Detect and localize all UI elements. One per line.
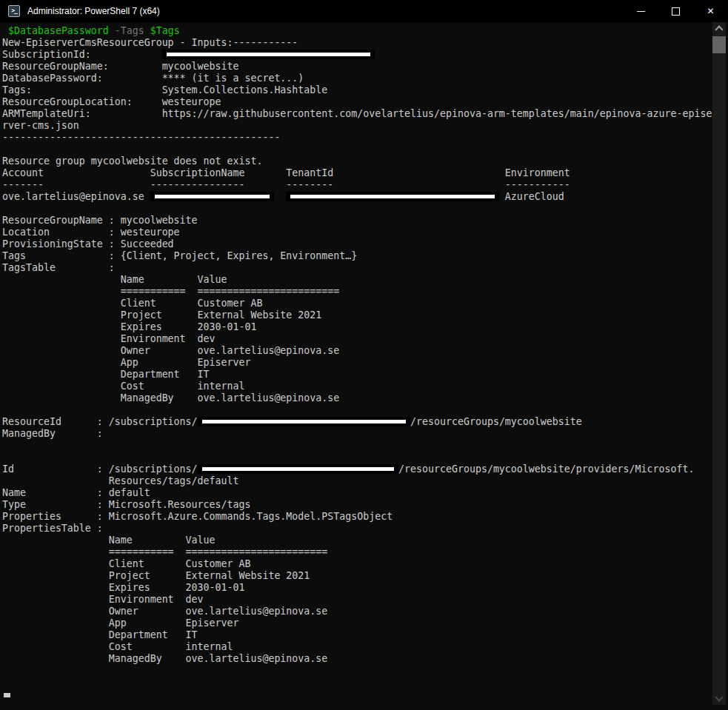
terminal-line: Client Customer AB [2, 558, 713, 570]
output-text: SubscriptionId: [2, 49, 162, 60]
titlebar: >_ Administrator: PowerShell 7 (x64) — ✕ [0, 0, 728, 22]
output-text: Resource group mycoolwebsite does not ex… [2, 155, 262, 167]
terminal-line: =========== ======================== [2, 546, 713, 558]
output-text: Name Value [2, 274, 227, 285]
output-text: ------- ---------------- -------- ------… [2, 179, 570, 190]
output-text: Environment dev [2, 594, 204, 605]
output-text: PropertiesTable : [2, 523, 103, 534]
output-text: Cost internal [2, 641, 233, 652]
output-text: Account SubscriptionName TenantId Enviro… [2, 167, 570, 178]
output-text: DatabasePassword: **** (it is a secret..… [2, 73, 304, 84]
output-text: Resources/tags/default [2, 475, 238, 486]
output-text: Cost internal [2, 381, 244, 392]
terminal-line [2, 452, 713, 463]
output-text: Tags : {Client, Project, Expires, Enviro… [2, 250, 357, 261]
terminal-line: App Episerver [2, 357, 713, 369]
output-text: Project External Website 2021 [2, 570, 310, 581]
terminal-line: =========== ======================== [2, 286, 713, 298]
output-text: Client Customer AB [2, 298, 262, 309]
maximize-button[interactable] [658, 0, 693, 22]
terminal-line: Owner ove.lartelius@epinova.se [2, 606, 713, 617]
output-text: Tags: System.Collections.Hashtable [2, 84, 327, 96]
output-text: ARMTemplateUri: https://raw.githubuserco… [2, 108, 712, 119]
scrollbar-thumb[interactable] [712, 36, 726, 53]
terminal-line: ResourceGroupLocation: westeurope [2, 96, 713, 108]
terminal-line: Project External Website 2021 [2, 570, 713, 582]
close-button[interactable]: ✕ [693, 0, 728, 22]
output-text: ove.lartelius@epinova.se [2, 191, 150, 202]
output-text: /resourceGroups/mycoolwebsite [410, 416, 582, 427]
output-text: Id : /subscriptions/ [2, 463, 198, 475]
terminal-line: Environment dev [2, 594, 713, 606]
terminal-line: Cost internal [2, 641, 713, 653]
terminal-line: Tags: System.Collections.Hashtable [2, 84, 713, 96]
output-text: Expires 2030-01-01 [2, 582, 244, 593]
output-text: ManagedBy ove.lartelius@epinova.se [2, 392, 339, 403]
terminal-cursor [4, 693, 10, 697]
output-text: Name Value [2, 535, 216, 546]
output-text: Client Customer AB [2, 558, 250, 569]
output-text: ResourceGroupName : mycoolwebsite [2, 215, 198, 226]
terminal-line: Name Value [2, 274, 713, 286]
output-text: Environment dev [2, 333, 216, 344]
terminal-line: ove.lartelius@epinova.se AzureCloud [2, 191, 713, 203]
terminal-line: ResourceGroupName: mycoolwebsite [2, 61, 713, 73]
terminal-line: ResourceId : /subscriptions//resourceGro… [2, 416, 713, 428]
terminal-line: Name : default [2, 487, 713, 499]
terminal-line: $DatabasePassword -Tags $Tags [2, 25, 713, 37]
output-text: Name : default [2, 487, 150, 498]
terminal-line: ARMTemplateUri: https://raw.githubuserco… [2, 108, 713, 120]
output-text: AzureCloud [499, 191, 564, 202]
terminal-line [2, 677, 713, 689]
terminal-line: Project External Website 2021 [2, 309, 713, 321]
powershell-window: >_ Administrator: PowerShell 7 (x64) — ✕… [0, 0, 728, 710]
command-token: -Tags [115, 25, 144, 36]
output-text [144, 25, 150, 36]
terminal-line: Location : westeurope [2, 227, 713, 238]
terminal-line: PropertiesTable : [2, 523, 713, 535]
output-text: Owner ove.lartelius@epinova.se [2, 345, 339, 356]
terminal-line: TagsTable : [2, 262, 713, 274]
terminal-line: Properties : Microsoft.Azure.Commands.Ta… [2, 511, 713, 523]
minimize-button[interactable]: — [624, 0, 658, 22]
terminal-line: Owner ove.lartelius@epinova.se [2, 345, 713, 357]
command-token: $DatabasePassword [8, 25, 109, 36]
terminal-line: ------- ---------------- -------- ------… [2, 179, 713, 191]
powershell-icon: >_ [8, 5, 20, 17]
terminal-line: Client Customer AB [2, 298, 713, 309]
terminal-line: DatabasePassword: **** (it is a secret..… [2, 73, 713, 84]
terminal-output[interactable]: $DatabasePassword -Tags $TagsNew-Episerv… [0, 22, 713, 705]
scroll-up-icon[interactable] [712, 22, 726, 35]
terminal-line [2, 440, 713, 452]
terminal-line: App Episerver [2, 617, 713, 629]
terminal-line: SubscriptionId: [2, 49, 713, 61]
scrollbar[interactable] [712, 22, 726, 705]
terminal-line: Expires 2030-01-01 [2, 582, 713, 594]
output-text: ManagedBy ove.lartelius@epinova.se [2, 653, 327, 664]
output-text: TagsTable : [2, 262, 115, 273]
redacted-secret [286, 192, 499, 201]
output-text [2, 25, 8, 36]
redacted-secret [198, 464, 399, 474]
terminal-line: Cost internal [2, 381, 713, 392]
terminal-line [2, 144, 713, 155]
output-text: Properties : Microsoft.Azure.Commands.Ta… [2, 511, 393, 522]
output-text: App Episerver [2, 617, 238, 629]
terminal-line: Environment dev [2, 333, 713, 345]
output-text: Department IT [2, 629, 198, 640]
output-text: =========== ======================== [2, 546, 327, 557]
terminal-line [2, 203, 713, 215]
output-text: New-EpiserverCmsResourceGroup - Inputs:-… [2, 37, 298, 48]
terminal-line: Resources/tags/default [2, 475, 713, 487]
terminal-line: New-EpiserverCmsResourceGroup - Inputs:-… [2, 37, 713, 49]
scroll-down-icon[interactable] [712, 692, 726, 705]
output-text: =========== ======================== [2, 286, 339, 297]
output-text: ResourceGroupName: mycoolwebsite [2, 61, 238, 72]
output-text: Department IT [2, 369, 210, 380]
terminal-line: Name Value [2, 535, 713, 546]
output-text: ProvisioningState : Succeeded [2, 238, 174, 249]
terminal-line: Department IT [2, 629, 713, 641]
terminal-line: Account SubscriptionName TenantId Enviro… [2, 167, 713, 179]
output-text: Location : westeurope [2, 227, 180, 238]
output-text: ----------------------------------------… [2, 132, 280, 143]
